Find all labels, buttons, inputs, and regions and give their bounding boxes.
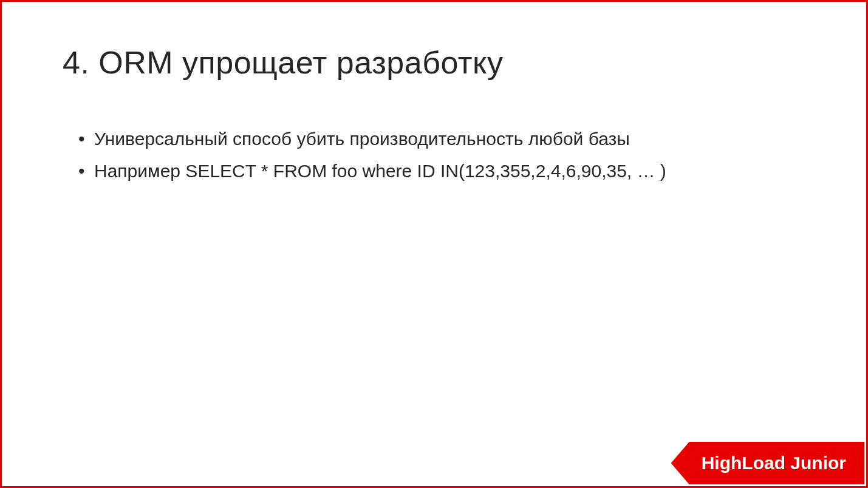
bullet-item: Например SELECT * FROM foo where ID IN(1… bbox=[81, 155, 805, 188]
bullet-list: Универсальный способ убить производитель… bbox=[63, 123, 805, 187]
bullet-item: Универсальный способ убить производитель… bbox=[81, 123, 805, 155]
highload-junior-logo: HighLoad Junior bbox=[671, 442, 864, 484]
slide-title: 4. ORM упрощает разработку bbox=[63, 44, 805, 81]
presentation-slide: 4. ORM упрощает разработку Универсальный… bbox=[0, 0, 868, 488]
logo-text: HighLoad Junior bbox=[702, 453, 846, 473]
